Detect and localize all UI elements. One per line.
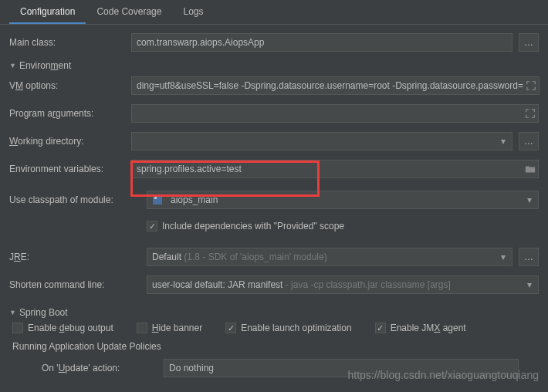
program-arguments-field[interactable] bbox=[131, 104, 539, 123]
shorten-combo[interactable]: user-local default: JAR manifest - java … bbox=[147, 275, 539, 294]
classpath-module-combo[interactable]: aiops_main ▾ bbox=[147, 191, 539, 209]
env-vars-field[interactable]: spring.profiles.active=test bbox=[131, 160, 539, 178]
update-policies-header: Running Application Update Policies bbox=[12, 341, 539, 352]
collapse-icon: ▼ bbox=[9, 62, 16, 69]
browse-working-dir-button[interactable]: … bbox=[519, 132, 539, 150]
folder-icon[interactable] bbox=[525, 164, 536, 174]
chevron-down-icon: ▾ bbox=[527, 191, 533, 208]
program-arguments-label: Program arguments: bbox=[9, 108, 125, 119]
hide-banner-checkbox[interactable]: Hide banner bbox=[137, 323, 202, 333]
expand-icon[interactable] bbox=[526, 80, 536, 91]
vm-options-field[interactable]: ding=utf8&useSSL=false -Dspring.datasour… bbox=[131, 76, 540, 95]
checkbox-checked-icon bbox=[225, 323, 236, 333]
collapse-icon: ▼ bbox=[9, 309, 16, 316]
module-icon bbox=[152, 194, 163, 205]
ellipsis-icon: … bbox=[524, 252, 533, 262]
svg-rect-0 bbox=[153, 195, 162, 204]
jre-label: JRE: bbox=[9, 252, 140, 262]
svg-rect-1 bbox=[154, 197, 157, 199]
chevron-down-icon: ▾ bbox=[527, 276, 533, 293]
include-provided-checkbox[interactable]: Include dependencies with "Provided" sco… bbox=[147, 221, 344, 231]
checkbox-icon bbox=[12, 323, 23, 333]
tab-code-coverage[interactable]: Code Coverage bbox=[86, 0, 172, 24]
working-directory-field[interactable]: ▾ bbox=[131, 132, 512, 150]
ellipsis-icon: … bbox=[524, 37, 533, 48]
section-spring-boot[interactable]: ▼ Spring Boot bbox=[9, 307, 539, 318]
working-directory-label: Working directory: bbox=[9, 136, 125, 147]
on-update-combo[interactable]: Do nothing bbox=[164, 359, 519, 377]
jre-combo[interactable]: Default (1.8 - SDK of 'aiops_main' modul… bbox=[147, 248, 512, 266]
tab-logs[interactable]: Logs bbox=[172, 0, 214, 24]
classpath-label: Use classpath of module: bbox=[9, 194, 140, 205]
main-class-label: Main class: bbox=[9, 37, 125, 48]
enable-debug-checkbox[interactable]: Enable debug output bbox=[12, 323, 113, 333]
env-vars-label: Environment variables: bbox=[9, 164, 125, 174]
expand-icon[interactable] bbox=[525, 108, 536, 119]
enable-jmx-checkbox[interactable]: Enable JMX agent bbox=[375, 323, 466, 333]
ellipsis-icon: … bbox=[524, 136, 533, 147]
browse-main-class-button[interactable]: … bbox=[519, 33, 539, 52]
checkbox-icon bbox=[137, 323, 147, 333]
vm-options-label: VM options: bbox=[9, 80, 125, 91]
tab-configuration[interactable]: Configuration bbox=[9, 0, 86, 24]
section-environment[interactable]: ▼ Environment bbox=[9, 60, 539, 71]
enable-launch-opt-checkbox[interactable]: Enable launch optimization bbox=[225, 323, 351, 333]
checkbox-checked-icon bbox=[375, 323, 386, 333]
chevron-down-icon: ▾ bbox=[501, 133, 507, 150]
chevron-down-icon: ▾ bbox=[501, 248, 507, 265]
browse-jre-button[interactable]: … bbox=[519, 248, 539, 266]
tabs-bar: Configuration Code Coverage Logs bbox=[0, 0, 548, 25]
checkbox-checked-icon bbox=[147, 221, 157, 231]
shorten-label: Shorten command line: bbox=[9, 279, 140, 290]
on-update-label: On 'Update' action: bbox=[42, 363, 157, 373]
main-class-field[interactable]: com.transwarp.aiops.AiopsApp bbox=[131, 33, 512, 52]
